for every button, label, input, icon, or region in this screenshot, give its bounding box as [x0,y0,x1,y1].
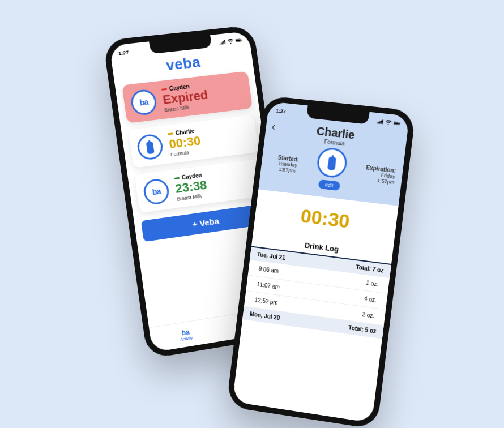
wifi-icon [227,39,234,44]
ba-icon: ba [142,177,170,206]
expiration-block: Expiration: Friday 1:57pm [354,163,396,185]
log-amount: 1 oz. [366,280,379,288]
edit-button[interactable]: edit [318,179,340,191]
svg-rect-2 [241,40,241,41]
timer-card[interactable]: ba Cayden 23:38 Breast Milk [134,159,264,213]
timer-card[interactable]: ba Cayden Expired Breast Milk [122,71,253,123]
status-dot [161,88,167,91]
log-time: 9:06 am [258,266,279,274]
svg-rect-6 [399,123,400,125]
back-button[interactable]: ‹ [271,120,276,133]
status-icons [219,38,242,45]
log-amount: 4 oz. [364,296,377,303]
status-dot [168,132,173,135]
battery-icon [235,38,242,43]
status-icons [376,119,400,126]
ba-icon: ba [130,88,158,116]
log-day-total: Total: 7 oz [356,264,384,273]
signal-icon [219,40,226,45]
timer-card[interactable]: Charlie 00:30 Formula [128,115,259,168]
detail-title: Charlie [316,125,356,142]
status-time: 1:27 [118,49,129,56]
tab-activity[interactable]: ba Activity [149,317,222,353]
log-day-label: Tue, Jul 21 [257,251,285,261]
bottle-icon [315,147,348,179]
wifi-icon [385,120,392,125]
started-block: Started: Tuesday 1:57pm [267,153,308,174]
status-dot [174,177,180,179]
timer-card-list: ba Cayden Expired Breast Milk [115,70,271,214]
log-day-label: Mon, Jul 20 [249,311,280,321]
svg-rect-5 [394,122,399,125]
log-time: 12:52 pm [254,297,278,306]
signal-icon [376,119,383,124]
log-time: 11:07 am [257,281,280,290]
battery-icon [394,121,401,126]
status-time: 1:27 [276,108,287,114]
log-day-total: Total: 5 oz [348,324,377,335]
svg-rect-1 [236,40,240,42]
log-amount: 2 oz. [362,311,375,319]
bottle-icon [136,132,164,160]
